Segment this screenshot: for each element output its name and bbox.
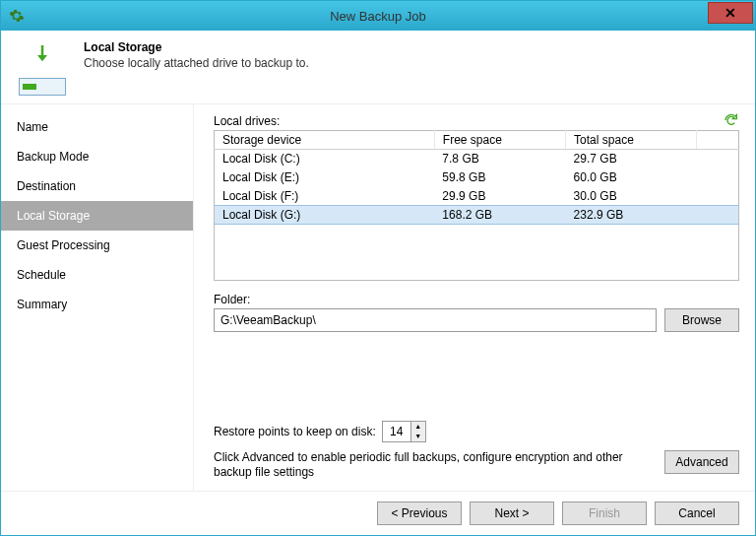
sidebar-item-destination[interactable]: Destination [1, 171, 193, 201]
refresh-icon[interactable] [724, 112, 739, 128]
table-row[interactable]: Local Disk (C:) 7.8 GB 29.7 GB [215, 150, 739, 168]
sidebar-item-summary[interactable]: Summary [1, 290, 193, 319]
titlebar: New Backup Job ✕ [1, 1, 755, 31]
col-spacer [697, 131, 739, 150]
drive-icon [19, 78, 66, 96]
restore-points-input[interactable] [383, 422, 410, 441]
page-header: Local Storage Choose locally attached dr… [1, 31, 755, 104]
page-subtitle: Choose locally attached drive to backup … [84, 56, 309, 70]
col-total-space[interactable]: Total space [566, 131, 697, 150]
table-row[interactable]: Local Disk (F:) 29.9 GB 30.0 GB [215, 187, 739, 206]
cancel-button[interactable]: Cancel [655, 502, 739, 525]
header-icon-block [15, 40, 70, 96]
advanced-hint: Click Advanced to enable periodic full b… [214, 450, 655, 481]
table-row[interactable]: Local Disk (E:) 59.8 GB 60.0 GB [215, 168, 739, 187]
close-icon: ✕ [724, 5, 736, 21]
wizard-sidebar: Name Backup Mode Destination Local Stora… [1, 104, 194, 491]
sidebar-item-schedule[interactable]: Schedule [1, 260, 193, 290]
col-free-space[interactable]: Free space [434, 131, 565, 150]
sidebar-item-guest-processing[interactable]: Guest Processing [1, 231, 193, 260]
window-title: New Backup Job [330, 9, 426, 24]
restore-points-spinner[interactable]: ▲ ▼ [382, 421, 426, 442]
main-panel: Local drives: Storage device Free space … [194, 104, 755, 491]
spinner-down-icon[interactable]: ▼ [411, 432, 425, 441]
page-title: Local Storage [84, 40, 309, 54]
browse-button[interactable]: Browse [664, 308, 739, 332]
spinner-up-icon[interactable]: ▲ [411, 422, 425, 432]
local-drives-label: Local drives: [214, 114, 739, 128]
finish-button: Finish [562, 502, 647, 525]
drives-table: Storage device Free space Total space Lo… [214, 130, 739, 281]
previous-button[interactable]: < Previous [377, 502, 462, 525]
sidebar-item-backup-mode[interactable]: Backup Mode [1, 142, 193, 171]
download-arrow-icon [25, 40, 60, 74]
table-row-selected[interactable]: Local Disk (G:) 168.2 GB 232.9 GB [215, 206, 739, 225]
advanced-button[interactable]: Advanced [664, 450, 739, 474]
table-row-empty [215, 243, 739, 262]
col-storage-device[interactable]: Storage device [215, 131, 435, 150]
folder-label: Folder: [214, 293, 739, 306]
wizard-footer: < Previous Next > Finish Cancel [1, 491, 755, 535]
sidebar-item-name[interactable]: Name [1, 112, 193, 142]
next-button[interactable]: Next > [470, 502, 554, 525]
close-button[interactable]: ✕ [708, 2, 753, 24]
sidebar-item-local-storage[interactable]: Local Storage [1, 201, 193, 231]
gear-icon [7, 6, 27, 26]
table-row-empty [215, 225, 739, 243]
restore-points-label: Restore points to keep on disk: [214, 425, 376, 438]
folder-input[interactable] [214, 308, 657, 332]
table-header-row: Storage device Free space Total space [215, 131, 739, 150]
table-row-empty [215, 262, 739, 281]
